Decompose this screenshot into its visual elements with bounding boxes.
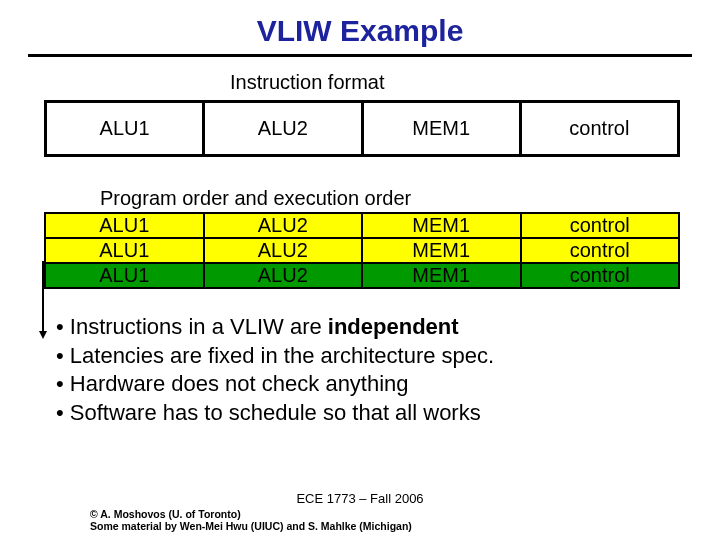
footer-credit-1: © A. Moshovos (U. of Toronto) [90,508,720,520]
bullet-list: • Instructions in a VLIW are independent… [56,313,664,427]
subtitle-instruction-format: Instruction format [230,71,720,94]
format-cell-alu1: ALU1 [46,102,204,156]
bullet-3: • Hardware does not check anything [56,370,664,399]
cell-mem1: MEM1 [362,263,521,288]
arrow-head [39,331,47,339]
arrow-line [42,261,44,331]
cell-alu1: ALU1 [45,213,204,238]
cell-mem1: MEM1 [362,213,521,238]
footer-credit-2: Some material by Wen-Mei Hwu (UIUC) and … [90,520,720,532]
bullet-1-text: • Instructions in a VLIW are [56,314,328,339]
cell-alu1: ALU1 [45,238,204,263]
cell-mem1: MEM1 [362,238,521,263]
bullet-4: • Software has to schedule so that all w… [56,399,664,428]
format-cell-alu2: ALU2 [204,102,362,156]
order-table: ALU1 ALU2 MEM1 control ALU1 ALU2 MEM1 co… [44,212,680,289]
footer-course: ECE 1773 – Fall 2006 [0,491,720,506]
cell-alu2: ALU2 [204,263,363,288]
table-row: ALU1 ALU2 MEM1 control [46,102,679,156]
cell-control: control [521,263,680,288]
slide-title: VLIW Example [0,0,720,48]
cell-control: control [521,213,680,238]
cell-control: control [521,238,680,263]
subtitle-program-order: Program order and execution order [100,187,720,210]
instruction-format-table: ALU1 ALU2 MEM1 control [44,100,680,157]
format-cell-control: control [520,102,678,156]
table-row: ALU1 ALU2 MEM1 control [45,213,679,238]
order-tables: ALU1 ALU2 MEM1 control ALU1 ALU2 MEM1 co… [44,212,676,289]
footer: ECE 1773 – Fall 2006 © A. Moshovos (U. o… [0,491,720,532]
down-arrow-icon [40,261,46,337]
title-rule [28,54,692,57]
bullet-1-strong: independent [328,314,459,339]
table-row: ALU1 ALU2 MEM1 control [45,263,679,288]
table-row: ALU1 ALU2 MEM1 control [45,238,679,263]
bullet-1: • Instructions in a VLIW are independent [56,313,664,342]
cell-alu2: ALU2 [204,238,363,263]
cell-alu1: ALU1 [45,263,204,288]
cell-alu2: ALU2 [204,213,363,238]
slide: VLIW Example Instruction format ALU1 ALU… [0,0,720,540]
format-cell-mem1: MEM1 [362,102,520,156]
bullet-2: • Latencies are fixed in the architectur… [56,342,664,371]
